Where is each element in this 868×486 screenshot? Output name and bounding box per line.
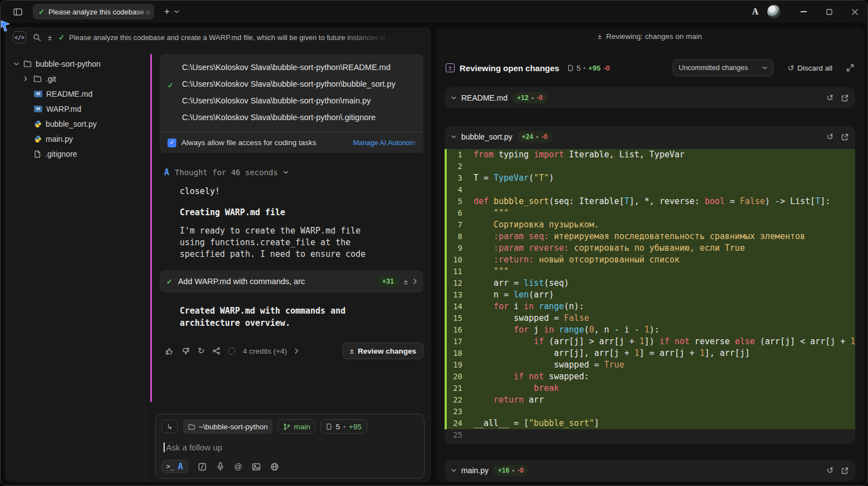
- tree-item-label: .git: [46, 75, 56, 83]
- message-footer: ↻ 4 credits (+4) ± Review changes: [165, 343, 423, 359]
- close-button[interactable]: [842, 1, 867, 23]
- mode-switcher-chip[interactable]: >_ A: [161, 460, 188, 473]
- mention-icon[interactable]: @: [234, 462, 242, 471]
- chevron-down-icon: [451, 96, 456, 100]
- thumbs-up-icon[interactable]: [165, 347, 174, 355]
- minimize-button[interactable]: [791, 1, 816, 23]
- result-text: Created WARP.md with commands and archit…: [180, 305, 386, 329]
- code-line: 16 for j in range(0, n - i - 1):: [445, 324, 855, 336]
- open-file-icon[interactable]: [841, 95, 849, 102]
- avatar[interactable]: [767, 5, 781, 18]
- revert-file-icon[interactable]: ↺: [826, 465, 834, 475]
- add-warp-md-row[interactable]: ✓ Add WARP.md with commands, arc +31 ±: [160, 270, 423, 292]
- tree-item-gitignore[interactable]: .gitignore: [5, 146, 145, 161]
- diff-code[interactable]: 1from typing import Iterable, List, Type…: [445, 147, 855, 441]
- changes-summary-chip[interactable]: 5 • +95: [320, 419, 367, 434]
- retry-icon[interactable]: ↻: [198, 346, 205, 356]
- code-line: 5def bubble_sort(seq: Iterable[T], *, re…: [445, 196, 855, 207]
- diff-icon[interactable]: ±: [48, 33, 52, 42]
- chat-panel: C:\Users\Koloskov Slava\bubble-sort-pyth…: [145, 47, 431, 482]
- tree-item-bubble-sort-py[interactable]: bubble_sort.py: [5, 116, 145, 131]
- git-branch-chip[interactable]: main: [278, 419, 315, 434]
- file-tree: bubble-sort-python .git M README.md M WA…: [5, 47, 145, 482]
- code-line: 4: [445, 184, 855, 196]
- diff-icon[interactable]: ±: [404, 277, 408, 286]
- tree-item-git[interactable]: .git: [5, 71, 145, 86]
- allow-access-checkbox[interactable]: ✓: [167, 138, 176, 147]
- revert-file-icon[interactable]: ↺: [826, 132, 834, 142]
- new-tab-button[interactable]: +: [161, 6, 173, 17]
- tree-item-main-py[interactable]: main.py: [5, 131, 145, 146]
- file-icon: [326, 423, 332, 430]
- revert-file-icon[interactable]: ↺: [826, 93, 834, 103]
- python-icon: [34, 120, 42, 128]
- manage-ai-autonomy-link[interactable]: Manage AI Autonom: [353, 139, 416, 147]
- total-removed: -0: [603, 64, 610, 72]
- web-icon[interactable]: [270, 463, 279, 471]
- changes-scope-dropdown[interactable]: Uncommitted changes: [673, 59, 773, 76]
- tree-item-label: bubble_sort.py: [46, 120, 97, 128]
- diff-icon: ±: [598, 32, 601, 41]
- action-label: Add WARP.md with commands, arc: [178, 277, 305, 286]
- folder-icon: [188, 424, 195, 430]
- section-heading: Creating WARP.md file: [180, 207, 431, 217]
- tree-item-readme[interactable]: M README.md: [5, 86, 145, 101]
- warp-logo: A: [752, 7, 758, 17]
- chevron-right-icon[interactable]: [413, 279, 417, 284]
- changed-files-count: 5: [576, 64, 580, 72]
- tree-root-folder[interactable]: bubble-sort-python: [5, 56, 145, 71]
- code-line: 1from typing import Iterable, List, Type…: [445, 149, 855, 161]
- code-line: 2: [445, 161, 855, 172]
- expand-icon[interactable]: [846, 64, 854, 72]
- maximize-button[interactable]: [816, 1, 842, 23]
- titlebar: ✓ Please analyze this codebase a + A: [1, 1, 867, 23]
- share-icon[interactable]: [213, 347, 220, 355]
- image-icon[interactable]: [252, 463, 260, 470]
- tree-item-label: .gitignore: [45, 150, 77, 158]
- chat-toolbar: </> ± ✓ Please analyze this codebase and…: [5, 27, 431, 47]
- review-changes-button[interactable]: ± Review changes: [343, 343, 423, 359]
- thumbs-down-icon[interactable]: [181, 347, 190, 355]
- new-tab-dropdown-icon[interactable]: [174, 10, 179, 13]
- branch-icon: [283, 423, 290, 430]
- session-tab[interactable]: ✓ Please analyze this codebase a: [33, 4, 154, 19]
- markdown-icon: M: [34, 106, 42, 112]
- followup-input[interactable]: Ask a follow up: [164, 443, 418, 452]
- review-top-bar: ± Reviewing: changes on main: [436, 27, 864, 45]
- thinking-tail-text: closely!: [180, 186, 431, 196]
- file-card-header[interactable]: bubble_sort.py +24 -0 ↺: [445, 126, 855, 147]
- code-line: 24__all__ = ["bubble_sort"]: [445, 418, 855, 429]
- file-card-header[interactable]: README.md +12 -0 ↺: [445, 87, 855, 108]
- chevron-down-icon: [14, 62, 19, 66]
- snippet-icon[interactable]: [198, 463, 206, 471]
- discard-all-button[interactable]: ↺ Discard all: [787, 63, 832, 72]
- working-directory-chip[interactable]: ~\bubble-sort-python: [183, 419, 273, 434]
- undo-icon: ↺: [787, 63, 794, 72]
- file-diff-badge: +16 -0: [494, 465, 528, 476]
- file-card-header[interactable]: main.py +16 -0 ↺: [445, 460, 855, 481]
- file-icon: [568, 65, 574, 71]
- review-changes-label: Review changes: [358, 347, 416, 355]
- file-card-readme: README.md +12 -0 ↺: [445, 87, 855, 108]
- tree-item-warp-md[interactable]: M WARP.md: [5, 101, 145, 116]
- sidebar-toggle-icon[interactable]: [11, 4, 25, 19]
- open-file-icon[interactable]: [841, 133, 849, 141]
- file-access-card: C:\Users\Koloskov Slava\bubble-sort-pyth…: [160, 54, 423, 153]
- search-icon[interactable]: [33, 33, 41, 42]
- open-file-icon[interactable]: [841, 467, 849, 474]
- diff-icon: ±: [350, 347, 354, 355]
- diff-square-icon: ±: [446, 63, 455, 72]
- chevron-right-icon[interactable]: [295, 348, 298, 354]
- code-line: 7 Сортировка пузырьком.: [445, 219, 855, 231]
- code-line: 21 break: [445, 383, 855, 394]
- mic-icon[interactable]: [216, 462, 224, 471]
- thought-toggle[interactable]: A Thought for 46 seconds: [164, 167, 431, 177]
- reply-mode-button[interactable]: ↳: [161, 420, 178, 433]
- input-placeholder: Ask a follow up: [166, 443, 223, 452]
- file-icon: [34, 150, 41, 158]
- thought-label: Thought for 46 seconds: [175, 168, 278, 177]
- file-name: README.md: [461, 93, 507, 102]
- tab-check-icon: ✓: [38, 8, 45, 16]
- separator-dot: •: [583, 65, 585, 71]
- code-mode-icon[interactable]: </>: [13, 31, 26, 43]
